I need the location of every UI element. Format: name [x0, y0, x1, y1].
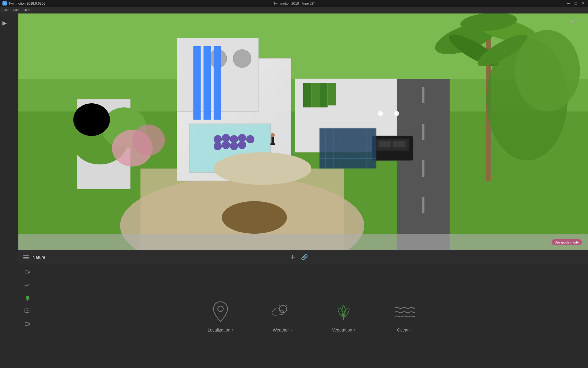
svg-point-33: [132, 125, 165, 155]
weather-label: Weather: [273, 328, 289, 332]
svg-rect-36: [319, 83, 328, 108]
vr-badge[interactable]: Our mode mode: [552, 239, 582, 245]
vegetation-label-row: Vegetation ›: [332, 328, 355, 332]
svg-rect-70: [25, 271, 28, 274]
svg-point-31: [73, 103, 110, 136]
eye-icon[interactable]: 👁: [570, 19, 575, 25]
svg-rect-17: [214, 46, 221, 120]
viewport-controls: 👁 ◁: [570, 18, 583, 25]
menu-bar: File Edit Help: [0, 7, 588, 13]
title-bar-left: T Twinmotion 2018.0.6206: [2, 1, 45, 6]
ocean-icon-wrapper: [393, 299, 417, 324]
sidebar-icon-nature[interactable]: [22, 293, 33, 304]
close-button[interactable]: ✕: [581, 1, 586, 6]
weather-label-row: Weather ›: [273, 328, 292, 332]
nature-item-ocean[interactable]: Ocean ›: [386, 293, 423, 339]
localization-label: Localization: [208, 328, 230, 332]
sidebar-icon-export[interactable]: [22, 318, 33, 329]
content-area: Our mode mode 👁 ◁ Nature ✛: [18, 13, 588, 368]
vegetation-arrow: ›: [354, 328, 355, 332]
svg-rect-75: [25, 322, 28, 325]
svg-point-64: [230, 142, 238, 150]
nature-item-localization[interactable]: Localization ›: [202, 293, 239, 339]
svg-rect-66: [18, 234, 588, 250]
media-icon: [24, 308, 31, 314]
bottom-toolbar: Nature ✛ 🔗: [18, 250, 588, 264]
toolbar-center: ✛ 🔗: [290, 254, 308, 261]
svg-point-56: [515, 30, 580, 112]
leaf-icon: [24, 295, 31, 301]
weather-arrow: ›: [291, 328, 292, 332]
move-icon[interactable]: ✛: [290, 254, 295, 261]
svg-line-81: [286, 305, 287, 306]
sidebar-icon-import[interactable]: [22, 267, 33, 278]
svg-point-78: [279, 305, 287, 313]
svg-line-82: [279, 305, 280, 306]
vegetation-label: Vegetation: [332, 328, 352, 332]
svg-rect-16: [204, 46, 211, 120]
collapse-icon[interactable]: ◁: [579, 18, 583, 25]
menu-file[interactable]: File: [2, 8, 8, 12]
minimize-button[interactable]: ─: [566, 1, 571, 6]
localization-icon: [210, 299, 231, 324]
svg-rect-28: [393, 141, 405, 147]
svg-rect-8: [422, 160, 424, 177]
sidebar-icon-graph[interactable]: [22, 280, 33, 291]
ocean-arrow: ›: [412, 328, 413, 332]
svg-rect-35: [311, 83, 320, 108]
title-bar-controls: ─ □ ✕: [566, 1, 586, 6]
svg-point-62: [214, 142, 222, 150]
ham-line-1: [23, 255, 29, 256]
svg-rect-27: [379, 141, 391, 147]
nature-item-vegetation[interactable]: Vegetation ›: [325, 293, 362, 339]
toolbar-title: Nature: [32, 255, 45, 260]
svg-point-68: [378, 111, 383, 116]
svg-point-77: [218, 306, 223, 312]
ocean-label-row: Ocean ›: [397, 328, 413, 332]
hamburger-menu[interactable]: [23, 255, 29, 259]
menu-edit[interactable]: Edit: [13, 8, 19, 12]
vegetation-icon: [331, 299, 356, 324]
import-icon: [24, 269, 31, 276]
svg-marker-74: [27, 310, 28, 312]
window-title: Twinmotion 2018 - Arpel02*: [273, 2, 315, 5]
svg-point-24: [271, 133, 275, 137]
toolbar-left: Nature: [23, 255, 45, 260]
play-button[interactable]: ▶: [2, 20, 7, 26]
svg-rect-9: [422, 197, 424, 213]
ocean-label: Ocean: [397, 328, 409, 332]
nature-item-weather[interactable]: Weather ›: [264, 293, 301, 339]
export-icon: [24, 320, 31, 327]
nature-panel: Localization ›: [37, 264, 588, 368]
svg-rect-6: [422, 87, 424, 103]
localization-arrow: ›: [232, 328, 233, 332]
sidebar-icon-media[interactable]: [22, 305, 33, 316]
localization-icon-wrapper: [208, 299, 233, 324]
svg-rect-37: [328, 83, 336, 105]
ocean-icon: [393, 299, 417, 324]
svg-point-67: [222, 201, 287, 234]
ham-line-2: [23, 257, 29, 258]
left-sidebar: ▶: [0, 13, 18, 368]
svg-point-65: [238, 141, 246, 149]
svg-point-63: [222, 141, 230, 149]
svg-rect-15: [193, 46, 201, 120]
link-icon[interactable]: 🔗: [301, 254, 308, 261]
nature-grid: Localization ›: [49, 293, 576, 339]
bottom-panel: Localization ›: [18, 264, 588, 368]
graph-icon: [24, 282, 31, 289]
svg-point-69: [394, 111, 399, 116]
weather-icon: [270, 299, 295, 324]
weather-icon-wrapper: [270, 299, 295, 324]
main-layout: ▶: [0, 13, 588, 368]
vegetation-icon-wrapper: [331, 299, 356, 324]
app-title: Twinmotion 2018.0.6206: [9, 2, 45, 5]
svg-rect-7: [422, 124, 424, 140]
viewport[interactable]: Our mode mode 👁 ◁: [18, 13, 588, 250]
title-bar: T Twinmotion 2018.0.6206 Twinmotion 2018…: [0, 0, 588, 7]
svg-point-61: [246, 135, 254, 144]
ham-line-3: [23, 259, 29, 259]
scene-background: Our mode mode 👁 ◁: [18, 13, 588, 250]
restore-button[interactable]: □: [573, 1, 578, 6]
menu-help[interactable]: Help: [24, 8, 31, 12]
